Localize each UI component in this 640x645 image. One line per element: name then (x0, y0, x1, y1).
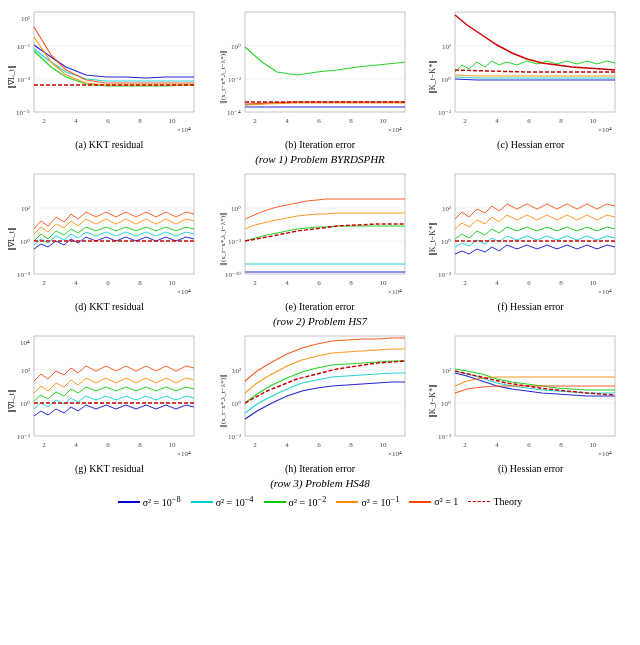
svg-text:10²: 10² (21, 367, 30, 375)
plot-grid: 10⁻⁵ 10⁻³ 10⁻¹ 10¹ 2 4 6 8 10 ×10⁴ (4, 6, 636, 509)
plot-area-c: 10⁻² 10⁰ 10² 2 4 6 8 10 ×10⁴ ‖K_t−K*‖ (427, 7, 634, 139)
svg-text:10⁻²: 10⁻² (228, 433, 241, 441)
svg-text:8: 8 (560, 441, 564, 449)
caption-g: (g) KKT residual (75, 463, 144, 475)
svg-text:‖∇L_t‖: ‖∇L_t‖ (7, 65, 16, 89)
caption-a: (a) KKT residual (75, 139, 143, 151)
svg-rect-44 (34, 174, 194, 274)
plot-b: 10⁻⁴ 10⁻² 10⁰ 2 4 6 8 10 ×10⁴ ‖(x_t−x*,λ… (215, 6, 426, 152)
svg-text:10²: 10² (21, 205, 30, 213)
svg-text:8: 8 (138, 441, 142, 449)
svg-i: 10⁻² 10⁰ 10² 2 4 6 8 10 ×10⁴ ‖K_t−K*‖ (427, 331, 622, 461)
svg-text:2: 2 (464, 279, 468, 287)
svg-text:10⁴: 10⁴ (20, 339, 30, 347)
legend: σ² = 10−8 σ² = 10−4 σ² = 10−2 σ² = 10−1 … (4, 492, 636, 509)
legend-label-4: σ² = 1 (434, 496, 458, 507)
svg-text:10²: 10² (232, 367, 241, 375)
svg-text:8: 8 (349, 117, 353, 125)
legend-line-2 (264, 501, 286, 503)
svg-text:10: 10 (590, 117, 598, 125)
svg-text:10⁻²: 10⁻² (438, 271, 451, 279)
legend-line-0 (118, 501, 140, 503)
plot-area-e: 10⁻¹⁰ 10⁻³ 10⁰ 2 4 6 8 10 ×10⁴ ‖(x_t−x*,… (217, 169, 424, 301)
caption-d: (d) KKT residual (75, 301, 144, 313)
svg-text:2: 2 (253, 441, 257, 449)
svg-text:×10⁴: ×10⁴ (598, 126, 612, 134)
svg-text:10: 10 (379, 441, 387, 449)
svg-text:10⁻⁴: 10⁻⁴ (227, 109, 241, 117)
legend-line-5 (468, 501, 490, 503)
legend-label-2: σ² = 10−2 (289, 495, 327, 508)
svg-text:10⁻⁵: 10⁻⁵ (16, 109, 30, 117)
svg-d: 10⁻² 10⁰ 10² 2 4 6 8 10 ×10⁴ ‖∇L_t‖ (6, 169, 201, 299)
svg-text:2: 2 (42, 441, 46, 449)
caption-i: (i) Hessian error (498, 463, 564, 475)
svg-text:6: 6 (106, 441, 110, 449)
svg-rect-16 (245, 12, 405, 112)
svg-text:8: 8 (349, 441, 353, 449)
plot-d: 10⁻² 10⁰ 10² 2 4 6 8 10 ×10⁴ ‖∇L_t‖ (4, 168, 215, 314)
svg-text:10⁰: 10⁰ (231, 400, 241, 408)
svg-text:10⁰: 10⁰ (231, 43, 241, 51)
svg-rect-72 (455, 174, 615, 274)
plot-area-d: 10⁻² 10⁰ 10² 2 4 6 8 10 ×10⁴ ‖∇L_t‖ (6, 169, 213, 301)
svg-text:10: 10 (590, 441, 598, 449)
svg-text:10⁻²: 10⁻² (17, 271, 30, 279)
plot-a: 10⁻⁵ 10⁻³ 10⁻¹ 10¹ 2 4 6 8 10 ×10⁴ (4, 6, 215, 152)
svg-text:6: 6 (106, 279, 110, 287)
legend-item-3: σ² = 10−1 (336, 495, 399, 508)
svg-text:10⁻²: 10⁻² (438, 433, 451, 441)
svg-text:10⁻¹: 10⁻¹ (17, 43, 30, 51)
legend-item-4: σ² = 1 (409, 496, 458, 507)
legend-item-1: σ² = 10−4 (191, 495, 254, 508)
svg-text:‖∇L_t‖: ‖∇L_t‖ (7, 227, 16, 251)
svg-text:6: 6 (528, 117, 532, 125)
svg-text:10: 10 (169, 279, 177, 287)
svg-text:8: 8 (560, 279, 564, 287)
svg-text:10²: 10² (442, 205, 451, 213)
legend-label-0: σ² = 10−8 (143, 495, 181, 508)
svg-text:×10⁴: ×10⁴ (388, 288, 402, 296)
svg-text:6: 6 (317, 117, 321, 125)
svg-text:2: 2 (464, 441, 468, 449)
svg-text:‖∇L_t‖: ‖∇L_t‖ (7, 389, 16, 413)
svg-text:×10⁴: ×10⁴ (598, 450, 612, 458)
row3-label-text: (row 3) Problem HS48 (270, 477, 370, 489)
svg-g: 10⁻² 10⁰ 10² 10⁴ 2 4 6 8 10 ×10⁴ ‖∇L_t‖ (6, 331, 201, 461)
svg-text:6: 6 (528, 279, 532, 287)
svg-text:4: 4 (496, 279, 500, 287)
svg-text:10²: 10² (442, 367, 451, 375)
svg-text:2: 2 (253, 279, 257, 287)
plot-area-a: 10⁻⁵ 10⁻³ 10⁻¹ 10¹ 2 4 6 8 10 ×10⁴ (6, 7, 213, 139)
svg-text:10⁻³: 10⁻³ (17, 76, 30, 84)
svg-text:10: 10 (169, 441, 177, 449)
svg-text:10²: 10² (442, 43, 451, 51)
svg-a: 10⁻⁵ 10⁻³ 10⁻¹ 10¹ 2 4 6 8 10 ×10⁴ (6, 7, 201, 137)
row2-label: (row 2) Problem HS7 (4, 314, 636, 330)
plot-g: 10⁻² 10⁰ 10² 10⁴ 2 4 6 8 10 ×10⁴ ‖∇L_t‖ (4, 330, 215, 476)
svg-text:10: 10 (379, 279, 387, 287)
svg-text:4: 4 (74, 279, 78, 287)
legend-label-1: σ² = 10−4 (216, 495, 254, 508)
svg-text:6: 6 (317, 441, 321, 449)
plot-area-h: 10⁻² 10⁰ 10² 2 4 6 8 10 ×10⁴ ‖(x_t−x*,λ_… (217, 331, 424, 463)
legend-label-5: Theory (493, 496, 522, 507)
legend-label-3: σ² = 10−1 (361, 495, 399, 508)
plot-c: 10⁻² 10⁰ 10² 2 4 6 8 10 ×10⁴ ‖K_t−K*‖ (425, 6, 636, 152)
caption-h: (h) Iteration error (285, 463, 355, 475)
row3-label: (row 3) Problem HS48 (4, 476, 636, 492)
plot-h: 10⁻² 10⁰ 10² 2 4 6 8 10 ×10⁴ ‖(x_t−x*,λ_… (215, 330, 426, 476)
svg-text:6: 6 (317, 279, 321, 287)
plot-e: 10⁻¹⁰ 10⁻³ 10⁰ 2 4 6 8 10 ×10⁴ ‖(x_t−x*,… (215, 168, 426, 314)
svg-text:4: 4 (74, 117, 78, 125)
svg-text:8: 8 (138, 279, 142, 287)
svg-text:4: 4 (285, 441, 289, 449)
legend-item-0: σ² = 10−8 (118, 495, 181, 508)
svg-text:10: 10 (379, 117, 387, 125)
svg-text:10¹: 10¹ (21, 15, 30, 23)
svg-rect-58 (245, 174, 405, 274)
svg-text:10⁰: 10⁰ (231, 205, 241, 213)
svg-text:4: 4 (285, 279, 289, 287)
svg-f: 10⁻² 10⁰ 10² 2 4 6 8 10 ×10⁴ ‖K_t−K*‖ (427, 169, 622, 299)
plot-area-i: 10⁻² 10⁰ 10² 2 4 6 8 10 ×10⁴ ‖K_t−K*‖ (427, 331, 634, 463)
